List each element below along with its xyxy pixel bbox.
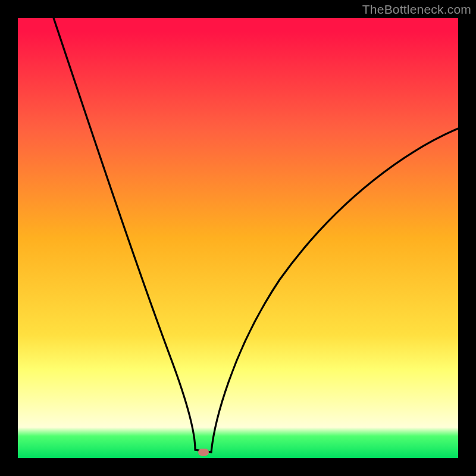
bottleneck-curve	[18, 18, 458, 458]
optimum-marker	[198, 449, 209, 456]
chart-plot-area	[18, 18, 458, 458]
curve-path	[54, 18, 458, 452]
watermark-text: TheBottleneck.com	[362, 2, 471, 17]
